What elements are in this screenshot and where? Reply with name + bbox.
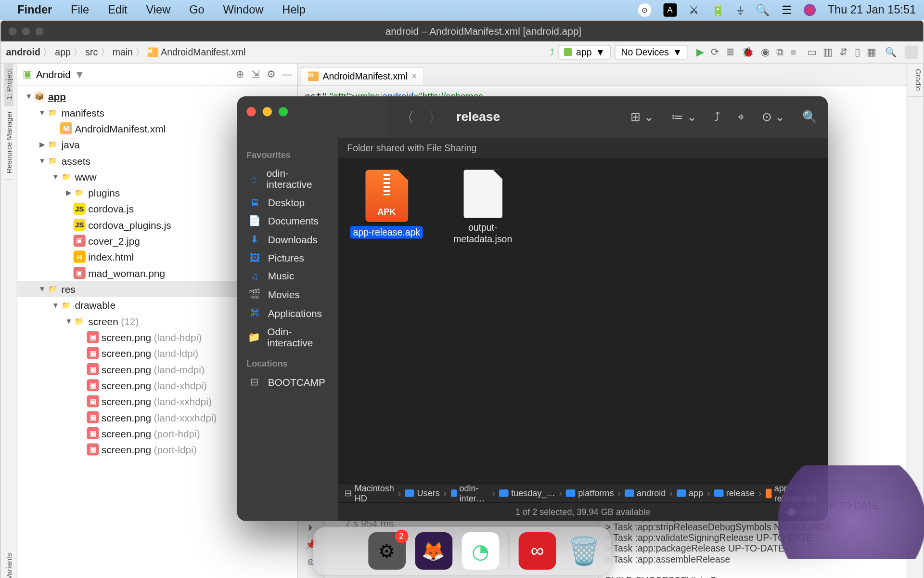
sidebar-item[interactable]: 🎬Movies bbox=[244, 285, 331, 303]
path-segment[interactable]: app bbox=[677, 488, 703, 498]
apply-changes-icon[interactable]: ⟳ bbox=[711, 46, 719, 58]
ide-main-toolbar: android〉 app〉 src〉 main〉 M AndroidManife… bbox=[0, 41, 923, 64]
forward-icon[interactable]: 〉 bbox=[428, 108, 442, 126]
finder-window: 〈 〉 release ⊞ ⌄ ≔ ⌄ ⤴ ⌖ ⊙ ⌄ 🔍 Favourites… bbox=[237, 96, 828, 521]
menu-help[interactable]: Help bbox=[282, 3, 306, 17]
file-item[interactable]: output- metadata.json bbox=[446, 170, 520, 245]
dock-firefox-icon[interactable]: 🦊 bbox=[415, 532, 452, 570]
spotlight-icon[interactable]: 🔍 bbox=[756, 3, 770, 17]
locations-header: Locations bbox=[246, 358, 328, 368]
finder-title: release bbox=[456, 110, 500, 125]
expand-icon[interactable]: ⇲ bbox=[251, 68, 260, 80]
battery-icon[interactable]: 🔋 bbox=[711, 3, 725, 17]
sidebar-item[interactable]: 🖥Desktop bbox=[244, 193, 331, 211]
breadcrumb[interactable]: android〉 app〉 src〉 main〉 M AndroidManife… bbox=[6, 46, 245, 58]
sidebar-item[interactable]: 📁Odin-interactive bbox=[244, 322, 331, 352]
debug-icon[interactable]: 🐞 bbox=[742, 46, 754, 58]
bluetooth-off-icon[interactable]: ⚔ bbox=[689, 3, 699, 17]
make-project-icon[interactable]: ⤴ bbox=[550, 47, 554, 57]
favourites-header: Favourites bbox=[246, 150, 328, 160]
wifi-icon[interactable]: ⏚ bbox=[737, 3, 744, 17]
device-selector[interactable]: No Devices▼ bbox=[615, 45, 688, 60]
ide-avatar-icon[interactable] bbox=[905, 45, 918, 59]
file-item[interactable]: APKapp-release.apk bbox=[350, 170, 424, 239]
device-manager-icon[interactable]: ▯ bbox=[855, 46, 860, 58]
sidebar-item[interactable]: 🖼Pictures bbox=[244, 249, 331, 266]
minimize-window-icon[interactable] bbox=[263, 107, 272, 116]
actions-icon[interactable]: ⊙ ⌄ bbox=[762, 110, 785, 125]
gutter-build-variants[interactable]: Build Variants bbox=[4, 547, 13, 578]
module-selector[interactable]: app▼ bbox=[558, 45, 611, 60]
settings-gear-icon[interactable]: ⚙ bbox=[267, 68, 275, 80]
ide-traffic-lights[interactable] bbox=[0, 27, 43, 35]
menu-file[interactable]: File bbox=[71, 3, 89, 17]
sync-gradle-icon[interactable]: ⇵ bbox=[839, 46, 848, 58]
editor-tab-manifest[interactable]: M AndroidManifest.xml × bbox=[301, 67, 424, 85]
app-menu: Finder File Edit View Go Window Help bbox=[17, 3, 306, 17]
sidebar-item[interactable]: ⬇Downloads bbox=[244, 230, 331, 249]
path-segment[interactable]: app-release.apk bbox=[766, 484, 821, 502]
ide-window-title: android – AndroidManifest.xml [android.a… bbox=[43, 26, 923, 37]
project-view-mode[interactable]: Android bbox=[36, 68, 71, 80]
dock-trash-icon[interactable]: 🗑️ bbox=[565, 532, 603, 570]
search-everywhere-icon[interactable]: 🔍 bbox=[885, 47, 897, 57]
attach-debugger-icon[interactable]: ⧉ bbox=[776, 46, 783, 58]
finder-toolbar: 〈 〉 release ⊞ ⌄ ≔ ⌄ ⤴ ⌖ ⊙ ⌄ 🔍 bbox=[389, 96, 828, 138]
dock-divider bbox=[508, 534, 509, 568]
path-segment[interactable]: Users bbox=[405, 488, 440, 498]
control-center-icon[interactable]: ☰ bbox=[782, 3, 792, 17]
avd-manager-icon[interactable]: ▭ bbox=[807, 46, 816, 58]
layout-validation-icon[interactable]: ▦ bbox=[867, 46, 876, 58]
menu-go[interactable]: Go bbox=[189, 3, 204, 17]
dock-creative-cloud-icon[interactable]: ∞ bbox=[519, 532, 556, 570]
macos-menubar: Finder File Edit View Go Window Help ⊙ A… bbox=[0, 0, 924, 20]
run-icon[interactable]: ▶ bbox=[696, 46, 705, 58]
menu-app-name[interactable]: Finder bbox=[17, 3, 52, 17]
gutter-project[interactable]: 1: Project bbox=[4, 64, 13, 106]
icon-size-slider[interactable] bbox=[778, 511, 817, 513]
cc-menubar-icon[interactable]: ⊙ bbox=[638, 3, 651, 17]
locate-icon[interactable]: ⊕ bbox=[236, 68, 244, 80]
menubar-clock[interactable]: Thu 21 Jan 15:51 bbox=[828, 3, 916, 17]
filter-icon[interactable]: ⏵ bbox=[307, 522, 316, 532]
ide-titlebar[interactable]: android – AndroidManifest.xml [android.a… bbox=[0, 21, 923, 41]
close-window-icon[interactable] bbox=[246, 107, 256, 116]
view-mode-icon[interactable]: ⊞ ⌄ bbox=[630, 110, 654, 125]
path-segment[interactable]: odin-inter… bbox=[450, 484, 488, 502]
sdk-manager-icon[interactable]: ▥ bbox=[823, 46, 832, 58]
sidebar-item[interactable]: ⌂odin-interactive bbox=[244, 164, 331, 193]
menu-view[interactable]: View bbox=[146, 3, 171, 17]
menu-window[interactable]: Window bbox=[223, 3, 264, 17]
tags-icon[interactable]: ⌖ bbox=[738, 110, 744, 124]
search-icon[interactable]: 🔍 bbox=[802, 110, 817, 125]
close-tab-icon[interactable]: × bbox=[411, 71, 417, 81]
fullscreen-window-icon[interactable] bbox=[279, 107, 288, 116]
run-config-icon[interactable]: ≣ bbox=[726, 46, 735, 58]
share-icon[interactable]: ⤴ bbox=[714, 110, 720, 124]
share-strip: Folder shared with File Sharing bbox=[338, 138, 828, 158]
path-segment[interactable]: android bbox=[625, 488, 666, 498]
stop-icon[interactable]: ■ bbox=[790, 46, 796, 58]
file-grid[interactable]: APKapp-release.apkoutput- metadata.json bbox=[338, 158, 828, 484]
sidebar-item[interactable]: 📄Documents bbox=[244, 211, 331, 230]
sidebar-item[interactable]: ⊟BOOTCAMP bbox=[244, 372, 331, 391]
path-segment[interactable]: platforms bbox=[566, 488, 614, 498]
path-segment[interactable]: ⊟Macintosh HD bbox=[345, 484, 394, 502]
path-bar[interactable]: ⊟Macintosh HD›Users›odin-inter…›tuesday_… bbox=[338, 484, 828, 502]
dock-settings-icon[interactable]: ⚙2 bbox=[368, 532, 406, 570]
menu-edit[interactable]: Edit bbox=[108, 3, 128, 17]
sidebar-item[interactable]: ♫Music bbox=[244, 267, 331, 285]
finder-traffic-lights[interactable] bbox=[237, 96, 390, 138]
hide-panel-icon[interactable]: — bbox=[282, 68, 292, 80]
profile-icon[interactable]: ◉ bbox=[761, 46, 770, 58]
keyboard-lang-icon[interactable]: A bbox=[663, 3, 677, 17]
gutter-gradle[interactable]: Gradle bbox=[907, 64, 923, 97]
dock-android-studio-icon[interactable]: ◔ bbox=[462, 532, 499, 570]
back-icon[interactable]: 〈 bbox=[400, 108, 414, 126]
siri-icon[interactable] bbox=[804, 4, 816, 16]
path-segment[interactable]: release bbox=[714, 488, 755, 498]
sidebar-item[interactable]: ⌘Applications bbox=[244, 303, 331, 322]
group-by-icon[interactable]: ≔ ⌄ bbox=[671, 110, 697, 125]
path-segment[interactable]: tuesday_… bbox=[499, 488, 555, 498]
gutter-resource-manager[interactable]: Resource Manager bbox=[4, 106, 13, 180]
